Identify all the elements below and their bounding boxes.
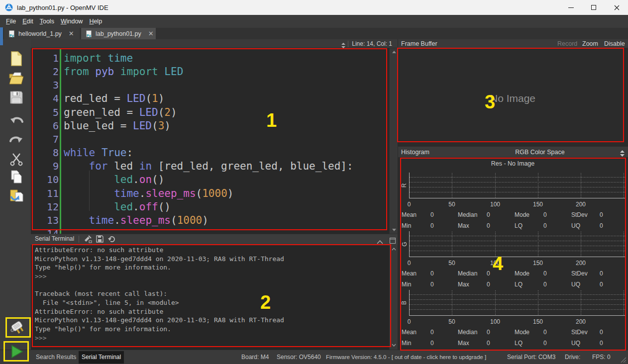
editor-scrollbar[interactable]	[389, 48, 398, 234]
copy-icon[interactable]	[8, 169, 24, 185]
resize-grip[interactable]	[619, 356, 627, 363]
stat-value: 0	[543, 281, 547, 288]
stat-value: 0	[543, 211, 547, 218]
code-line[interactable]: 13 time.sleep_ms(1000)	[31, 214, 389, 228]
menu-edit[interactable]: Edit	[22, 15, 33, 28]
clear-terminal-icon[interactable]	[84, 235, 92, 245]
axis-tick-label: 100	[485, 260, 505, 267]
stat-value: 0	[430, 329, 434, 336]
disable-button[interactable]: Disable	[604, 40, 625, 47]
stat-value: 0	[487, 270, 490, 277]
openmv-logo-icon	[5, 3, 13, 11]
stat-label: Mode	[515, 211, 529, 218]
minimize-button[interactable]	[559, 0, 582, 15]
serial-terminal-title: Serial Terminal	[35, 235, 74, 242]
scroll-down-icon[interactable]	[392, 228, 397, 233]
axis-tick-label: 200	[571, 201, 591, 208]
paste-icon[interactable]	[8, 188, 24, 204]
code-line[interactable]: 11 time.sleep_ms(1000)	[31, 187, 389, 201]
terminal-line: >>>	[35, 334, 46, 342]
zoom-button[interactable]: Zoom	[582, 40, 598, 47]
code-line[interactable]: 6blue_led = LED(3)	[31, 119, 389, 133]
stat-value: 0	[543, 329, 547, 336]
stat-value: 0	[487, 211, 490, 218]
code-line[interactable]: 1import time	[31, 52, 389, 66]
stat-value: 0	[430, 222, 434, 229]
menu-window[interactable]: Window	[61, 15, 83, 28]
stat-value: 0	[487, 329, 490, 336]
menu-file[interactable]: File	[6, 15, 16, 28]
code-line[interactable]: 10 led.on()	[31, 173, 389, 187]
channel-label: B	[401, 301, 408, 305]
code-line[interactable]: 4red_led = LED(1)	[31, 92, 389, 106]
drive-status: Drive:	[565, 350, 580, 364]
firmware-status[interactable]: Firmware Version: 4.5.0 - [ out of date …	[326, 350, 486, 364]
serial-terminal-output[interactable]: AttributeError: no such attributeMicroPy…	[31, 245, 389, 350]
terminal-line: AttributeError: no such attribute	[35, 308, 163, 315]
search-results-tab[interactable]: Search Results	[36, 350, 76, 364]
undo-icon[interactable]	[8, 112, 24, 128]
connect-button[interactable]	[9, 319, 28, 337]
tab-close-icon[interactable]: ✕	[69, 30, 74, 37]
terminal-line: MicroPython v1.13-148-ged7ddd4 on 2020-1…	[35, 316, 284, 324]
stat-value: 0	[487, 222, 490, 229]
menu-tools[interactable]: Tools	[40, 15, 54, 28]
close-button[interactable]	[605, 0, 628, 15]
no-image-placeholder: No Image	[398, 92, 628, 104]
scroll-up-icon[interactable]	[392, 51, 397, 55]
code-editor[interactable]: 1import time2from pyb import LED34red_le…	[31, 48, 389, 234]
tab-helloworld_1[interactable]: Py helloworld_1.py ✕	[4, 28, 80, 39]
terminal-line: MicroPython v1.13-148-ged7ddd4 on 2020-1…	[35, 255, 284, 263]
record-button[interactable]: Record	[557, 40, 577, 47]
scroll-up-icon[interactable]	[392, 247, 396, 252]
status-bar: Search Results Serial Terminal Board: M4…	[0, 350, 628, 364]
terminal-line: AttributeError: no such attribute	[35, 246, 163, 254]
serial-port-status: Serial Port: COM3	[507, 350, 555, 364]
stat-label: Mode	[515, 329, 529, 336]
stat-label: UQ	[571, 281, 580, 288]
stat-label: StDev	[571, 270, 588, 277]
reset-icon[interactable]	[108, 235, 116, 245]
cut-icon[interactable]	[8, 151, 24, 167]
axis-tick-label: 0	[399, 260, 419, 267]
fps-status: FPS: 0	[592, 350, 611, 364]
maximize-button[interactable]	[582, 0, 605, 15]
title-bar[interactable]: lab_python01.py - OpenMV IDE	[0, 0, 628, 15]
stat-value: 0	[430, 211, 434, 218]
color-space-dropdown[interactable]: RGB Color Space	[448, 149, 628, 156]
serial-terminal-tab[interactable]: Serial Terminal	[79, 351, 124, 364]
indent-guide	[89, 171, 90, 211]
save-log-icon[interactable]	[96, 235, 104, 245]
stat-value: 0	[600, 211, 603, 218]
code-line[interactable]: 14	[31, 227, 389, 234]
new-file-button[interactable]	[8, 51, 24, 67]
axis-tick-label: 50	[442, 318, 462, 325]
code-line[interactable]: 5green_led = LED(2)	[31, 106, 389, 120]
code-line[interactable]: 7	[31, 133, 389, 147]
run-script-button[interactable]	[9, 344, 24, 359]
scroll-down-icon[interactable]	[392, 343, 396, 348]
code-line[interactable]: 3	[31, 79, 389, 92]
code-line[interactable]: 2from pyb import LED	[31, 65, 389, 79]
stat-value: 0	[600, 222, 603, 229]
channel-label: R	[401, 183, 408, 188]
tab-lab_python01[interactable]: Py lab_python01.py ✕	[81, 28, 156, 39]
stat-label: Mean	[402, 270, 417, 277]
code-line[interactable]: 9 for led in [red_led, green_led, blue_l…	[31, 160, 389, 174]
open-file-button[interactable]	[8, 70, 24, 86]
code-line[interactable]: 12 led.off()	[31, 200, 389, 214]
redo-icon[interactable]	[8, 132, 24, 148]
toolbar-sidebar	[0, 39, 31, 350]
stat-value: 0	[600, 329, 603, 336]
stat-label: Mode	[515, 270, 529, 277]
terminal-scrollbar[interactable]	[389, 245, 398, 350]
stat-label: Min	[402, 281, 411, 288]
save-file-button[interactable]	[8, 90, 24, 105]
python-file-icon: Py	[9, 30, 14, 37]
tab-close-icon[interactable]: ✕	[148, 30, 154, 37]
code-line[interactable]: 8while True:	[31, 146, 389, 160]
stat-label: Median	[458, 211, 477, 218]
menu-help[interactable]: Help	[89, 15, 102, 28]
stat-label: Mean	[402, 329, 417, 336]
frame-buffer-title: Frame Buffer	[401, 40, 437, 47]
